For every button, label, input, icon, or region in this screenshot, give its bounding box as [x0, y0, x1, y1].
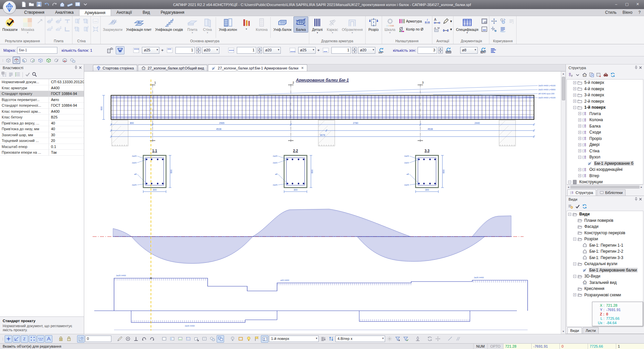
diameter-combo[interactable]: ø25: [142, 47, 159, 54]
tree-item[interactable]: +Розрахункові схеми: [567, 292, 643, 298]
menu-tab-3[interactable]: Анотації: [111, 9, 137, 16]
tree-expand-toggle[interactable]: +: [573, 87, 576, 90]
ribbon-button-rebar-lines[interactable]: Арматура: [398, 17, 423, 25]
ribbon-button-list-blue[interactable]: [499, 26, 507, 33]
param-count-input[interactable]: 1: [175, 47, 195, 54]
param-bars-top-button[interactable]: [132, 46, 141, 54]
spinner[interactable]: ▲▼: [196, 47, 201, 54]
pin-icon[interactable]: [634, 65, 638, 70]
param-v-shape-button[interactable]: [116, 46, 124, 54]
property-row[interactable]: Клас поперечної арм...А400: [0, 109, 84, 115]
tree-item[interactable]: −{Вузол: [567, 154, 643, 160]
ribbon-button-gear-scale[interactable]: Шкала▾: [383, 16, 397, 35]
param-count-input[interactable]: 1: [237, 47, 256, 54]
param-count-input[interactable]: 1: [331, 47, 351, 54]
tree-expand-toggle[interactable]: +: [578, 137, 581, 140]
selmode-cube-redtop-button[interactable]: [13, 57, 20, 64]
ribbon-button-slab-t[interactable]: [63, 17, 71, 25]
property-row[interactable]: Захисний шар, мм30: [0, 132, 84, 138]
ribbon-button-sheet-grid[interactable]: [480, 26, 488, 33]
ribbon-button-wall-zr[interactable]: Z: [82, 26, 90, 33]
bottombar-box-face-button[interactable]: [168, 335, 176, 343]
selmode-cube-green2-button[interactable]: [45, 57, 52, 64]
ribbon-button-pen[interactable]: ▾: [442, 17, 453, 25]
tree-item[interactable]: Плани поверхів: [567, 217, 643, 224]
ribbon-button-move-node[interactable]: [490, 26, 498, 33]
property-row[interactable]: Торцевий захисний ...20: [0, 138, 84, 144]
tree-expand-toggle[interactable]: −: [568, 213, 571, 216]
tree-item[interactable]: −1-й поверх: [567, 104, 643, 111]
tree-item[interactable]: Бм-1: Перетин 2-2: [567, 248, 643, 255]
tree-expand-toggle[interactable]: −: [573, 106, 576, 109]
proptool-check-gray-button[interactable]: [25, 71, 31, 78]
tree-expand-toggle[interactable]: +: [578, 112, 581, 115]
drawing-canvas[interactable]: Армирование балки Бм-11236002ø25 А400 L=…: [84, 71, 561, 334]
param-refresh-comb-button[interactable]: [444, 46, 453, 54]
property-row[interactable]: Клас арматуриА400: [0, 85, 84, 91]
tree-item[interactable]: +5-й поверх: [567, 80, 643, 86]
bottombar-move-gray-button[interactable]: [434, 335, 441, 343]
ribbon-button-framing[interactable]: Обрамлення▾: [340, 16, 364, 35]
beam-drawing[interactable]: Армирование балки Бм-11236002ø25 А400 L=…: [84, 71, 561, 334]
bottombar-rot-l-button[interactable]: [140, 335, 148, 343]
bottombar-funnel-check-button[interactable]: [402, 335, 409, 343]
bottombar-group-sel-button[interactable]: [217, 335, 224, 343]
ribbon-button-dim-h[interactable]: ▾: [442, 26, 453, 33]
property-row[interactable]: Стандарт прокатуГОСТ 10884-94: [0, 91, 84, 97]
proptool-tree-expand-button[interactable]: [1, 71, 7, 78]
selmode-cube-pair-button[interactable]: [69, 57, 76, 64]
panel-tab-0[interactable]: {Структура: [567, 189, 596, 196]
qat-save-button[interactable]: [36, 1, 42, 8]
param-bars-bot2-button[interactable]: [321, 46, 330, 54]
param-bars-bot-button[interactable]: [288, 46, 297, 54]
marka-input[interactable]: Бм-1: [17, 47, 57, 54]
tree-item[interactable]: +{Вітер: [567, 173, 643, 179]
maximize-button[interactable]: ▢: [622, 1, 632, 7]
tree-expand-toggle[interactable]: +: [573, 293, 576, 296]
tree-expand-toggle[interactable]: +: [578, 124, 581, 128]
tree-item[interactable]: −Конструкции: [567, 179, 643, 185]
app-logo-icon[interactable]: [3, 1, 16, 14]
tab-close-icon[interactable]: ✕: [301, 66, 304, 70]
tree-item[interactable]: Загальний вид: [567, 280, 643, 286]
bottombar-snap-center-button[interactable]: [5, 335, 12, 343]
tree-item[interactable]: +{Стіна: [567, 148, 643, 154]
param-list-lines-button[interactable]: [489, 46, 498, 54]
tree-expand-toggle[interactable]: +: [573, 100, 576, 103]
bottombar-sort-list-button[interactable]: [319, 335, 327, 343]
menu-tab-4[interactable]: Вид: [137, 9, 155, 16]
proptool-list-small-button[interactable]: [8, 71, 14, 78]
tree-expand-toggle[interactable]: −: [573, 262, 576, 265]
property-row[interactable]: Прив'язка до низу, мм40: [0, 126, 84, 132]
bottombar-bulb-yellow-button[interactable]: [245, 335, 252, 343]
tree-item[interactable]: +{Осі координаційні: [567, 166, 643, 173]
ribbon-button-dia-color[interactable]: ØКолір по Ø: [398, 26, 424, 33]
tree-item[interactable]: Бм-1: Перетин 1-1: [567, 242, 643, 249]
pin-icon[interactable]: [634, 197, 638, 201]
bottombar-refresh-gray-button[interactable]: [426, 335, 433, 343]
menu-tab-0[interactable]: Створення: [19, 9, 50, 16]
ribbon-button-max-box[interactable]: max: [92, 17, 100, 25]
ribbon-button-show-check[interactable]: Показати: [1, 16, 19, 33]
bottombar-corner-box-button[interactable]: [77, 335, 85, 343]
qat-chevron-lt-button[interactable]: [83, 1, 88, 8]
bottombar-snap-dots-button[interactable]: [37, 335, 44, 343]
close-button[interactable]: ✕: [633, 1, 643, 7]
ribbon-button-resize-box[interactable]: [92, 26, 100, 33]
menu-right-0[interactable]: Стиль: [605, 9, 616, 16]
tree-item[interactable]: +{Плита: [567, 111, 643, 117]
property-row[interactable]: Нормативний докум...СП 63.13330.2012/20.…: [0, 79, 84, 85]
bottombar-box-yellow-button[interactable]: [237, 335, 244, 343]
ribbon-button-slab-x[interactable]: X: [46, 17, 54, 25]
ribbon-button-slab-l[interactable]: [63, 26, 71, 33]
bottombar-circle-dot-button[interactable]: [124, 335, 131, 343]
property-row[interactable]: Відсоток перевитрат...Авто: [0, 97, 84, 103]
qat-update-model-button[interactable]: [59, 1, 65, 8]
tree-expand-toggle[interactable]: +: [578, 131, 581, 134]
bottombar-box-lasso-button[interactable]: [184, 335, 192, 343]
pin-icon[interactable]: [74, 65, 78, 70]
ribbon-button-wall-xr[interactable]: X: [82, 17, 90, 25]
ribbon-button-reinforce[interactable]: Заармувати: [101, 16, 124, 33]
tree-expand-toggle[interactable]: +: [573, 81, 576, 84]
structure-refresh-button[interactable]: [610, 72, 615, 78]
